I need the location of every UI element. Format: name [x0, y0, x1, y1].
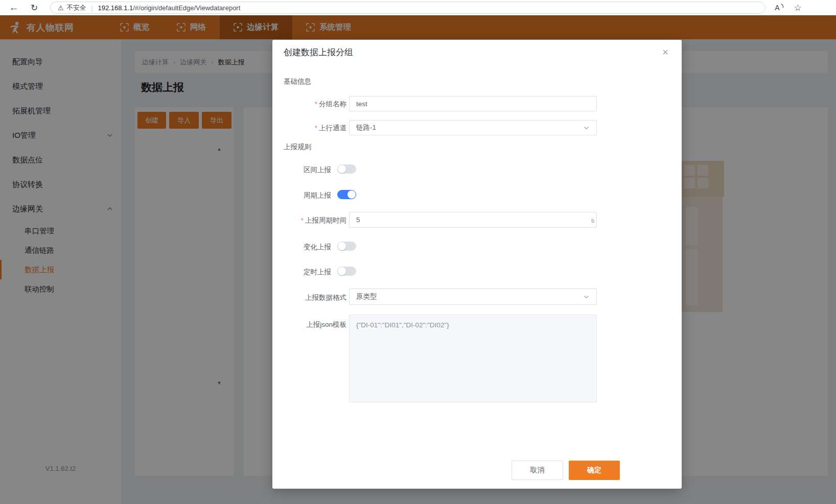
chevron-down-icon: [583, 125, 590, 131]
section-basic-info: 基础信息: [284, 77, 311, 86]
json-template-textarea[interactable]: {"DI-01":"DI01","DI-02":"DI02"}: [349, 315, 597, 402]
url-path[interactable]: /#/origin/defaultEdge/Viewdatareport: [133, 4, 240, 12]
not-secure-warning-icon: ⚠: [58, 4, 64, 12]
timed-report-label: 定时上报: [272, 268, 331, 277]
address-bar[interactable]: ⚠ 不安全 | 192.168.1.1/#/origin/defaultEdge…: [50, 2, 765, 14]
data-format-select[interactable]: 原类型: [349, 289, 597, 305]
uplink-channel-select[interactable]: 链路-1: [349, 120, 597, 135]
not-secure-label[interactable]: 不安全: [67, 4, 86, 12]
unit-seconds: s: [584, 217, 594, 224]
change-report-label: 变化上报: [272, 243, 331, 252]
cancel-button[interactable]: 取消: [512, 461, 563, 480]
required-marker: *: [301, 217, 304, 224]
periodic-report-toggle[interactable]: [337, 190, 356, 199]
confirm-button[interactable]: 确定: [569, 461, 620, 480]
change-report-toggle[interactable]: [337, 242, 356, 251]
address-divider: |: [91, 4, 92, 12]
dialog-title: 创建数据上报分组: [284, 46, 353, 58]
timed-report-toggle[interactable]: [337, 267, 356, 276]
group-name-label: *分组名称: [280, 100, 346, 109]
required-marker: *: [315, 124, 317, 132]
chevron-down-icon: [583, 294, 590, 300]
browser-toolbar: ← ↻ ⚠ 不安全 | 192.168.1.1/#/origin/default…: [0, 0, 836, 15]
report-period-input[interactable]: [349, 212, 597, 228]
read-aloud-icon[interactable]: A: [771, 0, 788, 15]
section-report-rules: 上报规则: [284, 142, 311, 152]
interval-report-label: 区间上报: [272, 165, 331, 175]
interval-report-toggle[interactable]: [337, 164, 356, 174]
periodic-report-label: 周期上报: [272, 191, 331, 200]
json-template-label: 上报json模板: [280, 320, 346, 329]
group-name-input[interactable]: [349, 96, 597, 111]
browser-back-icon[interactable]: ←: [5, 0, 22, 15]
uplink-channel-label: *上行通道: [280, 124, 346, 133]
close-icon[interactable]: ×: [658, 45, 672, 59]
favorite-star-icon[interactable]: ☆: [789, 0, 806, 15]
data-format-label: 上报数据格式: [280, 293, 346, 302]
create-report-group-dialog: 创建数据上报分组 × 基础信息 *分组名称 *上行通道 链路-1 上报规则 区间…: [272, 40, 682, 489]
required-marker: *: [315, 100, 317, 108]
url-domain[interactable]: 192.168.1.1: [98, 4, 133, 12]
report-period-label: *上报周期时间: [280, 216, 346, 225]
browser-refresh-icon[interactable]: ↻: [26, 0, 43, 15]
